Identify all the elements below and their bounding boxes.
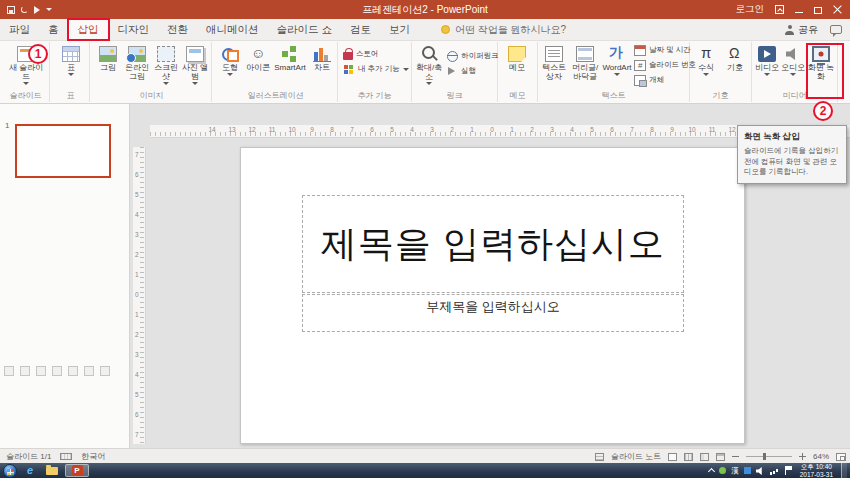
tooltip-title: 화면 녹화 삽입 bbox=[744, 131, 840, 143]
undo-icon[interactable] bbox=[21, 6, 28, 13]
icons-button[interactable]: 아이콘 bbox=[244, 43, 272, 89]
normal-view-icon[interactable] bbox=[668, 453, 677, 461]
powerpoint-taskbar-button[interactable]: P bbox=[65, 464, 89, 477]
tab-slideshow[interactable]: 슬라이드 쇼 bbox=[268, 19, 341, 40]
slide-canvas[interactable]: 제목을 입력하십시오 부제목을 입력하십시오 bbox=[240, 147, 745, 444]
wordart-button[interactable]: WordArt bbox=[602, 43, 632, 89]
language-indicator[interactable]: 한국어 bbox=[81, 451, 105, 462]
slide-number-button[interactable]: 슬라이드 번호 bbox=[634, 59, 696, 71]
tab-design[interactable]: 디자인 bbox=[109, 19, 159, 40]
ruler-label: 8 bbox=[648, 126, 656, 133]
ruler-label: 8 bbox=[328, 126, 336, 133]
volume-icon[interactable] bbox=[756, 466, 765, 475]
tab-animations[interactable]: 애니메이션 bbox=[197, 19, 268, 40]
internet-explorer-icon: e bbox=[27, 465, 33, 476]
zoom-slider[interactable] bbox=[746, 456, 792, 457]
tab-review[interactable]: 검토 bbox=[341, 19, 380, 40]
date-time-button[interactable]: 날짜 및 시간 bbox=[634, 44, 696, 56]
audio-icon bbox=[784, 46, 802, 62]
tray-status-icon[interactable] bbox=[719, 467, 726, 474]
ruler-label: 5 bbox=[588, 126, 596, 133]
picture-button[interactable]: 그림 bbox=[94, 43, 122, 89]
notes-icon[interactable] bbox=[595, 453, 604, 461]
ruler-label: 0 bbox=[488, 126, 496, 133]
ruler-label: 3 bbox=[135, 351, 139, 358]
minimize-icon[interactable] bbox=[795, 6, 803, 14]
start-slideshow-icon[interactable] bbox=[34, 6, 40, 14]
textbox-button[interactable]: 텍스트 상자 bbox=[540, 43, 568, 89]
shapes-button[interactable]: 도형 bbox=[216, 43, 244, 89]
login-button[interactable]: 로그인 bbox=[736, 3, 765, 16]
tab-file[interactable]: 파일 bbox=[0, 19, 39, 40]
ruler-label: 12 bbox=[728, 126, 736, 133]
tab-home[interactable]: 홈 bbox=[39, 19, 68, 40]
smartart-button[interactable]: SmartArt bbox=[272, 43, 308, 89]
symbol-button[interactable]: 기호 bbox=[722, 43, 748, 89]
tell-me-box[interactable]: 어떤 작업을 원하시나요? bbox=[441, 19, 566, 40]
my-addins-button[interactable]: 내 추가 기능 bbox=[343, 63, 409, 75]
qat-dropdown-icon[interactable] bbox=[46, 8, 52, 11]
store-button[interactable]: 스토어 bbox=[343, 48, 409, 60]
lightbulb-icon bbox=[441, 25, 450, 34]
notes-toggle[interactable]: 슬라이드 노트 bbox=[611, 451, 661, 462]
close-icon[interactable] bbox=[833, 5, 842, 14]
tab-insert[interactable]: 삽입 bbox=[68, 19, 109, 40]
table-icon bbox=[62, 46, 80, 62]
equation-button[interactable]: 수식 bbox=[692, 43, 720, 89]
zoom-out-icon[interactable] bbox=[732, 453, 739, 460]
keyboard-icon[interactable] bbox=[60, 453, 72, 460]
file-explorer-button[interactable] bbox=[43, 464, 61, 477]
reading-view-icon[interactable] bbox=[700, 453, 709, 461]
share-button[interactable]: 공유 bbox=[785, 23, 818, 37]
action-button[interactable]: 실행 bbox=[446, 65, 499, 77]
video-button[interactable]: 비디오 bbox=[754, 43, 780, 89]
zoom-level[interactable]: 64% bbox=[813, 452, 829, 461]
status-bar: 슬라이드 1/1 한국어 슬라이드 노트 64% bbox=[0, 448, 850, 463]
action-center-icon[interactable] bbox=[784, 466, 792, 475]
photo-album-button[interactable]: 사진 앨범 bbox=[180, 43, 210, 89]
hyperlink-button[interactable]: 하이퍼링크 bbox=[446, 50, 499, 62]
taskbar-clock[interactable]: 오후 10:40 2017-03-31 bbox=[800, 463, 833, 478]
start-button[interactable] bbox=[3, 464, 17, 478]
memo-button[interactable]: 메모 bbox=[502, 43, 532, 89]
network-icon[interactable] bbox=[770, 467, 779, 475]
chart-button[interactable]: 차트 bbox=[308, 43, 336, 89]
ime-mode-icon[interactable] bbox=[744, 467, 751, 474]
hidden-icons-icon[interactable] bbox=[708, 468, 715, 475]
ribbon-display-options-icon[interactable] bbox=[775, 5, 784, 14]
ribbon-group-addins: 스토어 내 추가 기능 추가 기능 bbox=[338, 42, 412, 102]
zoom-link-button[interactable]: 확대/축소 bbox=[414, 43, 444, 89]
tab-view[interactable]: 보기 bbox=[380, 19, 419, 40]
online-pictures-button[interactable]: 온라인 그림 bbox=[122, 43, 152, 89]
ruler-label: 14 bbox=[208, 126, 216, 133]
ime-hanja-indicator[interactable]: 漢 bbox=[731, 466, 739, 476]
tab-transitions[interactable]: 전환 bbox=[158, 19, 197, 40]
subtitle-placeholder[interactable]: 부제목을 입력하십시오 bbox=[302, 294, 684, 332]
zoom-slider-thumb[interactable] bbox=[763, 453, 766, 460]
object-icon bbox=[634, 75, 646, 86]
screenshot-button[interactable]: 스크린샷 bbox=[152, 43, 180, 89]
slide-sorter-view-icon[interactable] bbox=[684, 453, 693, 461]
slide-thumbnail[interactable] bbox=[15, 124, 111, 178]
quick-access-toolbar bbox=[7, 6, 52, 14]
audio-button[interactable]: 오디오 bbox=[780, 43, 806, 89]
ribbon-group-memo: 메모 메모 bbox=[498, 42, 538, 102]
toolbar-icon bbox=[4, 366, 14, 376]
window-title: 프레젠테이션2 - PowerPoint bbox=[0, 3, 850, 17]
title-placeholder[interactable]: 제목을 입력하십시오 bbox=[302, 195, 684, 293]
header-footer-button[interactable]: 머리글/바닥글 bbox=[568, 43, 602, 89]
dropdown-caret-icon bbox=[163, 82, 169, 85]
maximize-icon[interactable] bbox=[814, 7, 822, 14]
object-button[interactable]: 개체 bbox=[634, 74, 696, 86]
fit-to-window-icon[interactable] bbox=[836, 453, 846, 461]
slideshow-view-icon[interactable] bbox=[716, 453, 725, 461]
show-desktop-button[interactable] bbox=[841, 463, 847, 478]
table-button[interactable]: 표 bbox=[56, 43, 86, 89]
save-icon[interactable] bbox=[7, 6, 15, 14]
zoom-in-icon[interactable] bbox=[799, 453, 806, 460]
title-bar: 프레젠테이션2 - PowerPoint 로그인 bbox=[0, 0, 850, 19]
ribbon-group-symbols: 수식 기호 기호 bbox=[690, 42, 752, 102]
comments-bubble-icon[interactable] bbox=[830, 25, 842, 34]
internet-explorer-button[interactable]: e bbox=[21, 464, 39, 477]
smartart-icon bbox=[281, 46, 299, 62]
